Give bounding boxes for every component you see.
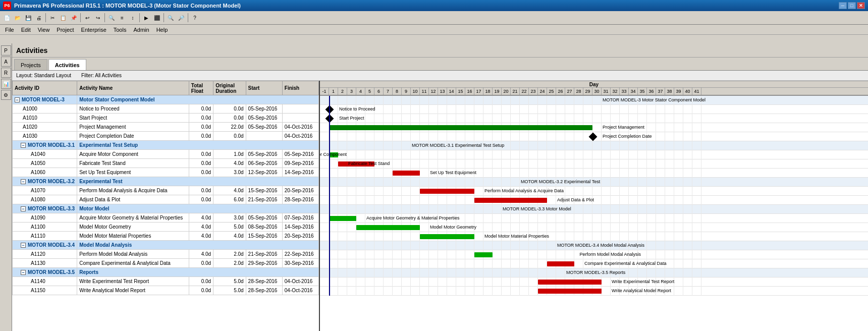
table-row[interactable]: −MOTOR MODEL-3.4 Model Modal Analysis	[13, 241, 319, 250]
table-row[interactable]: A1130 Compare Experimental & Analytical …	[13, 259, 319, 268]
gantt-cell	[547, 169, 556, 178]
table-row[interactable]: A1110 Model Motor Material Properties 4.…	[13, 232, 319, 241]
cut-button[interactable]: ✂	[47, 13, 58, 23]
minimize-button[interactable]: ─	[839, 2, 847, 9]
gantt-cell	[347, 178, 356, 187]
menu-edit[interactable]: Edit	[18, 25, 34, 34]
col-activity-name[interactable]: Activity Name	[77, 81, 189, 95]
menu-project[interactable]: Project	[53, 25, 77, 34]
menu-admin[interactable]: Admin	[130, 25, 152, 34]
gantt-cell	[502, 241, 511, 250]
undo-button[interactable]: ↩	[82, 13, 92, 23]
table-row[interactable]: A1010 Start Project 0.0d 0.0d 05-Sep-201…	[13, 114, 319, 123]
gantt-cell	[611, 196, 620, 205]
sidebar-btn-3[interactable]: R	[1, 68, 11, 78]
gantt-cell	[429, 268, 438, 278]
gantt-cell	[629, 223, 638, 232]
table-row[interactable]: A1120 Perform Model Modal Analysis 4.0d …	[13, 250, 319, 259]
gantt-cell	[493, 250, 502, 259]
gantt-cell	[429, 114, 438, 123]
table-row[interactable]: A1050 Fabricate Test Stand 0.0d 4.0d 06-…	[13, 159, 319, 168]
sidebar-btn-5[interactable]: ⚙	[1, 90, 11, 100]
gantt-cell	[647, 159, 656, 169]
col-orig-dur[interactable]: Original Duration	[213, 81, 246, 95]
gantt-cell	[338, 96, 347, 105]
table-row[interactable]: A1040 Acquire Motor Component 0.0d 1.0d …	[13, 150, 319, 159]
gantt-cell	[493, 214, 502, 223]
menu-file[interactable]: File	[2, 25, 17, 34]
collapse-btn[interactable]: −	[21, 143, 26, 148]
col-activity-id[interactable]: Activity ID	[13, 81, 77, 95]
gantt-cell	[411, 132, 420, 141]
gantt-cell	[429, 178, 438, 187]
table-row[interactable]: A1060 Set Up Test Equipment 0.0d 3.0d 12…	[13, 168, 319, 177]
open-button[interactable]: 📂	[13, 13, 23, 23]
sidebar-btn-1[interactable]: P	[1, 45, 11, 56]
columns-button[interactable]: ≡	[117, 13, 127, 23]
gantt-cell	[329, 287, 338, 296]
gantt-cell	[583, 205, 592, 214]
new-button[interactable]: 📄	[2, 13, 12, 23]
collapse-btn[interactable]: −	[21, 206, 26, 211]
table-row[interactable]: A1090 Acquire Motor Geometry & Material …	[13, 213, 319, 223]
save-button[interactable]: 💾	[23, 13, 33, 23]
table-row[interactable]: −MOTOR MODEL-3.2 Experimental Test	[13, 177, 319, 186]
table-row[interactable]: A1030 Project Completion Date 0.0d 0.0d …	[13, 132, 319, 141]
gantt-cell	[647, 141, 656, 150]
col-total-float[interactable]: Total Float	[189, 81, 213, 95]
gantt-cell	[683, 114, 692, 123]
window-controls[interactable]: ─ □ ✕	[839, 2, 865, 9]
gantt-cell	[384, 196, 393, 205]
collapse-btn[interactable]: −	[21, 179, 26, 184]
sidebar-btn-2[interactable]: A	[1, 57, 11, 67]
table-row[interactable]: A1020 Project Management 0.0d 22.0d 05-S…	[13, 123, 319, 132]
print-button[interactable]: 🖨	[34, 13, 44, 23]
table-row[interactable]: A1080 Adjust Data & Plot 0.0d 6.0d 21-Se…	[13, 195, 319, 204]
col-finish[interactable]: Finish	[282, 81, 318, 95]
filter-button[interactable]: 🔍	[106, 13, 117, 23]
menu-tools[interactable]: Tools	[111, 25, 130, 34]
gantt-cell	[447, 114, 456, 123]
gantt-cell	[493, 278, 502, 287]
table-row[interactable]: A1000 Notice to Proceed 0.0d 0.0d 05-Sep…	[13, 104, 319, 114]
gantt-cell	[674, 287, 683, 296]
collapse-btn[interactable]: −	[21, 270, 26, 275]
schedule-button[interactable]: ▶	[141, 13, 151, 23]
maximize-button[interactable]: □	[848, 2, 856, 9]
table-row[interactable]: A1150 Write Analytical Model Report 0.0d…	[13, 286, 319, 295]
level-button[interactable]: ⬛	[152, 13, 162, 23]
tab-activities[interactable]: Activities	[48, 59, 86, 70]
collapse-btn[interactable]: −	[21, 243, 26, 248]
gantt-area[interactable]: Day -11234567891011121314151617181920212…	[320, 81, 868, 331]
table-row[interactable]: −MOTOR MODEL-3.5 Reports	[13, 268, 319, 277]
tab-projects[interactable]: Projects	[14, 59, 47, 70]
paste-button[interactable]: 📌	[69, 13, 79, 23]
gantt-cell	[511, 114, 520, 123]
table-row[interactable]: A1140 Write Experimental Test Report 0.0…	[13, 277, 319, 286]
table-row[interactable]: −MOTOR MODEL-3 Motor Stator Component Mo…	[13, 95, 319, 104]
collapse-btn[interactable]: −	[15, 97, 20, 102]
gantt-row: Notice to Proceed	[320, 105, 868, 114]
redo-button[interactable]: ↪	[93, 13, 103, 23]
gantt-cell	[411, 196, 420, 205]
menu-view[interactable]: View	[35, 25, 53, 34]
zoom-in-button[interactable]: 🔍	[166, 13, 176, 23]
close-button[interactable]: ✕	[857, 2, 865, 9]
gantt-cell	[611, 159, 620, 169]
gantt-cell	[338, 268, 347, 278]
gantt-col-header: 9	[402, 88, 411, 95]
gantt-cell	[511, 214, 520, 223]
help-button[interactable]: ?	[190, 13, 200, 23]
sort-button[interactable]: ↕	[128, 13, 138, 23]
table-row[interactable]: −MOTOR MODEL-3.1 Experimental Test Setup	[13, 141, 319, 150]
copy-button[interactable]: 📋	[58, 13, 68, 23]
table-row[interactable]: A1070 Perform Modal Analysis & Acquire D…	[13, 186, 319, 195]
col-start[interactable]: Start	[246, 81, 282, 95]
menu-enterprise[interactable]: Enterprise	[78, 25, 110, 34]
sidebar-btn-4[interactable]: 📊	[1, 79, 11, 89]
zoom-out-button[interactable]: 🔎	[176, 13, 186, 23]
table-row[interactable]: −MOTOR MODEL-3.3 Motor Model	[13, 204, 319, 213]
menu-help[interactable]: Help	[153, 25, 171, 34]
gantt-cell	[384, 205, 393, 214]
table-row[interactable]: A1100 Model Motor Geometry 4.0d 5.0d 08-…	[13, 223, 319, 232]
